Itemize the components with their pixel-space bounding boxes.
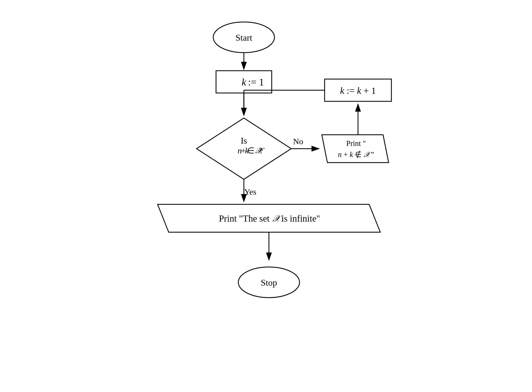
yes-label: Yes	[244, 187, 256, 196]
print-yes-node: Print "The set 𝒳 is infinite"	[158, 204, 380, 232]
print-no-node: Print " n + k ∉ 𝒳 "	[322, 135, 389, 163]
init-node: k := 1	[216, 71, 272, 93]
svg-text:∈: ∈	[247, 146, 254, 155]
no-label: No	[293, 137, 303, 146]
svg-text:Stop: Stop	[261, 278, 277, 288]
decision-node: Is n + k ∈ 𝒳 ?	[197, 118, 291, 179]
svg-text:?: ?	[259, 146, 263, 155]
svg-text:k: k	[242, 77, 246, 88]
svg-text:Print "The set 
        𝒳
   : Print "The set 𝒳 is infinite"	[219, 214, 320, 224]
svg-text:Print ": Print "	[346, 139, 366, 148]
stop-node: Stop	[238, 267, 300, 298]
svg-text:Start: Start	[235, 33, 252, 43]
start-node: Start	[213, 22, 274, 53]
flowchart: Start k := 1 Is n + k ∈ 𝒳 ? No	[141, 15, 391, 377]
svg-text:n
         + 
        k
      : n + k ∉ 𝒳 "	[338, 150, 374, 159]
svg-text::= 1: := 1	[248, 77, 264, 88]
svg-text:k
         := 
        k
     : k := k + 1	[340, 85, 376, 96]
increment-node: k := k + 1	[325, 79, 391, 101]
svg-text:Is: Is	[241, 136, 247, 146]
